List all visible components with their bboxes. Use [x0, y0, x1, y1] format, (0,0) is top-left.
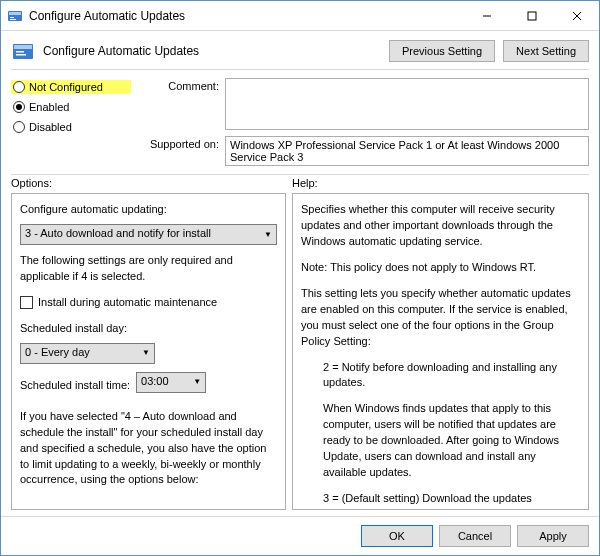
previous-setting-button[interactable]: Previous Setting	[389, 40, 495, 62]
day-dropdown[interactable]: 0 - Every day ▼	[20, 343, 155, 364]
radio-label: Disabled	[29, 121, 72, 133]
maximize-button[interactable]	[509, 1, 554, 31]
dialog-window: Configure Automatic Updates Configure Au…	[0, 0, 600, 556]
comment-label: Comment:	[139, 78, 219, 92]
svg-rect-5	[528, 12, 536, 20]
apply-button[interactable]: Apply	[517, 525, 589, 547]
checkbox-label: Install during automatic maintenance	[38, 295, 217, 311]
config-area: Not Configured Enabled Disabled Comment:…	[1, 70, 599, 170]
radio-icon	[13, 81, 25, 93]
svg-rect-10	[16, 51, 24, 53]
svg-rect-9	[14, 45, 32, 49]
supported-label: Supported on:	[139, 136, 219, 150]
header: Configure Automatic Updates Previous Set…	[1, 31, 599, 69]
footer: OK Cancel Apply	[1, 516, 599, 555]
radio-not-configured[interactable]: Not Configured	[11, 80, 131, 94]
options-label: Options:	[11, 177, 286, 189]
options-panel: Options: Configure automatic updating: 3…	[11, 177, 286, 510]
options-long-note: If you have selected "4 – Auto download …	[20, 409, 277, 489]
options-note: The following settings are only required…	[20, 253, 277, 285]
minimize-button[interactable]	[464, 1, 509, 31]
dropdown-value: 0 - Every day	[25, 345, 90, 361]
radio-label: Not Configured	[29, 81, 103, 93]
cancel-button[interactable]: Cancel	[439, 525, 511, 547]
next-setting-button[interactable]: Next Setting	[503, 40, 589, 62]
radio-icon	[13, 121, 25, 133]
supported-text[interactable]: Windows XP Professional Service Pack 1 o…	[225, 136, 589, 166]
chevron-down-icon: ▼	[142, 347, 150, 359]
radio-disabled[interactable]: Disabled	[11, 120, 131, 134]
maintenance-checkbox[interactable]: Install during automatic maintenance	[20, 295, 277, 311]
dropdown-value: 3 - Auto download and notify for install	[25, 226, 211, 242]
help-text: Note: This policy does not apply to Wind…	[301, 260, 580, 276]
help-label: Help:	[292, 177, 589, 189]
page-title: Configure Automatic Updates	[43, 44, 381, 58]
options-box[interactable]: Configure automatic updating: 3 - Auto d…	[11, 193, 286, 510]
radio-icon	[13, 101, 25, 113]
policy-icon	[11, 39, 35, 63]
close-button[interactable]	[554, 1, 599, 31]
configure-dropdown[interactable]: 3 - Auto download and notify for install…	[20, 224, 277, 245]
chevron-down-icon: ▼	[193, 376, 201, 388]
comment-input[interactable]	[225, 78, 589, 130]
lower-panels: Options: Configure automatic updating: 3…	[1, 175, 599, 516]
radio-enabled[interactable]: Enabled	[11, 100, 131, 114]
app-icon	[7, 8, 23, 24]
titlebar: Configure Automatic Updates	[1, 1, 599, 31]
configure-label: Configure automatic updating:	[20, 202, 277, 218]
dropdown-value: 03:00	[141, 374, 169, 390]
chevron-down-icon: ▼	[264, 229, 272, 241]
time-label: Scheduled install time:	[20, 378, 130, 394]
help-box[interactable]: Specifies whether this computer will rec…	[292, 193, 589, 510]
ok-button[interactable]: OK	[361, 525, 433, 547]
checkbox-icon	[20, 296, 33, 309]
radio-group: Not Configured Enabled Disabled	[11, 78, 131, 166]
comment-column: Comment: Supported on: Windows XP Profes…	[139, 78, 589, 166]
help-text: This setting lets you specify whether au…	[301, 286, 580, 350]
help-text: 2 = Notify before downloading and instal…	[301, 360, 580, 392]
day-label: Scheduled install day:	[20, 321, 277, 337]
help-text: 3 = (Default setting) Download the updat…	[301, 491, 580, 510]
time-dropdown[interactable]: 03:00 ▼	[136, 372, 206, 393]
help-panel: Help: Specifies whether this computer wi…	[292, 177, 589, 510]
svg-rect-2	[10, 17, 14, 18]
help-text: When Windows finds updates that apply to…	[301, 401, 580, 481]
svg-rect-1	[9, 12, 21, 15]
svg-rect-11	[16, 54, 26, 56]
svg-rect-3	[10, 19, 16, 20]
help-text: Specifies whether this computer will rec…	[301, 202, 580, 250]
window-title: Configure Automatic Updates	[29, 9, 464, 23]
radio-label: Enabled	[29, 101, 69, 113]
